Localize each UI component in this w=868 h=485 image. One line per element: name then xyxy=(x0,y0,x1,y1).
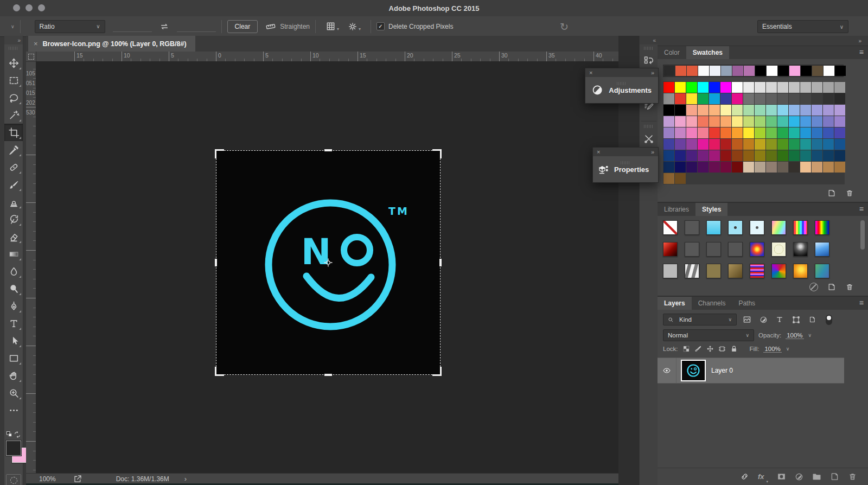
blend-mode-select[interactable]: Normal ∨ xyxy=(663,329,754,341)
swatch-cell[interactable] xyxy=(663,105,674,116)
rectangle-tool[interactable] xyxy=(4,349,23,367)
swatch-cell[interactable] xyxy=(698,139,709,150)
swatch-cell[interactable] xyxy=(789,105,800,116)
swatch-cell[interactable] xyxy=(709,150,720,161)
swatch-cell[interactable] xyxy=(720,116,731,127)
swatch-cell[interactable] xyxy=(834,162,845,173)
swatch-cell[interactable] xyxy=(812,82,822,93)
style-thumbnail[interactable] xyxy=(771,220,786,235)
swatch-cell[interactable] xyxy=(800,116,811,127)
history-brush-tool[interactable] xyxy=(4,210,23,228)
swatch-cell[interactable] xyxy=(709,127,720,138)
swatch-cell[interactable] xyxy=(732,139,743,150)
crop-handle-left[interactable] xyxy=(215,259,217,266)
swatch-cell[interactable] xyxy=(767,66,777,76)
swatch-cell[interactable] xyxy=(777,82,788,93)
move-tool[interactable] xyxy=(4,54,23,72)
swatch-cell[interactable] xyxy=(777,162,788,173)
workspace-select[interactable]: Essentials ∨ xyxy=(757,20,848,33)
swatch-cell[interactable] xyxy=(721,66,732,76)
swatch-cell[interactable] xyxy=(789,150,800,161)
swatch-cell[interactable] xyxy=(675,116,686,127)
swatch-cell[interactable] xyxy=(812,150,822,161)
swatch-cell[interactable] xyxy=(834,127,845,138)
swatch-cell[interactable] xyxy=(720,93,731,104)
swatch-cell[interactable] xyxy=(755,116,765,127)
swatch-cell[interactable] xyxy=(663,82,674,93)
swatch-cell[interactable] xyxy=(709,82,720,93)
swatch-cell[interactable] xyxy=(743,150,754,161)
swatch-cell[interactable] xyxy=(743,93,754,104)
crop-marquee[interactable] xyxy=(216,150,441,375)
dodge-tool[interactable] xyxy=(4,280,23,297)
swatch-cell[interactable] xyxy=(698,66,709,76)
properties-panel-header[interactable]: × » xyxy=(593,148,658,156)
delete-cropped-pixels-checkbox[interactable]: ✓ Delete Cropped Pixels xyxy=(376,22,453,30)
swatch-cell[interactable] xyxy=(755,93,765,104)
crop-handle-bottom-left[interactable] xyxy=(215,367,224,376)
collapsed-column-header[interactable]: « xyxy=(640,36,658,44)
style-thumbnail[interactable] xyxy=(728,242,743,257)
swatch-cell[interactable] xyxy=(686,82,697,93)
swatch-cell[interactable] xyxy=(766,150,777,161)
crop-handle-bottom[interactable] xyxy=(324,374,332,376)
share-icon[interactable] xyxy=(73,474,82,483)
swatch-cell[interactable] xyxy=(675,162,686,173)
swatch-cell[interactable] xyxy=(698,105,709,116)
style-thumbnail[interactable] xyxy=(728,220,743,235)
swatch-cell[interactable] xyxy=(743,139,754,150)
swatch-cell[interactable] xyxy=(766,105,777,116)
crop-tool[interactable] xyxy=(4,124,23,141)
trash-icon[interactable] xyxy=(845,283,854,291)
lock-artboard-icon[interactable] xyxy=(718,345,726,353)
swatch-cell[interactable] xyxy=(777,93,788,104)
swatch-cell[interactable] xyxy=(777,105,788,116)
add-layer-mask-icon[interactable] xyxy=(777,472,786,481)
swatch-cell[interactable] xyxy=(709,105,720,116)
lasso-tool[interactable] xyxy=(4,89,23,106)
swatch-cell[interactable] xyxy=(801,66,812,76)
tab-channels[interactable]: Channels xyxy=(692,297,732,310)
style-thumbnail[interactable] xyxy=(728,264,743,278)
swatch-cell[interactable] xyxy=(789,93,800,104)
document-size-info[interactable]: Doc: 1.36M/1.36M xyxy=(116,475,169,483)
layer-thumbnail[interactable] xyxy=(681,360,706,381)
swatch-cell[interactable] xyxy=(686,127,697,138)
swatch-cell[interactable] xyxy=(789,127,800,138)
swatch-cell[interactable] xyxy=(686,162,697,173)
swatch-cell[interactable] xyxy=(686,150,697,161)
zoom-level-field[interactable]: 100% xyxy=(39,475,56,483)
swatch-cell[interactable] xyxy=(663,139,674,150)
crop-ratio-select[interactable]: Ratio ∨ xyxy=(35,20,105,33)
marquee-tool[interactable] xyxy=(4,72,23,89)
style-thumbnail[interactable] xyxy=(706,264,721,278)
swatch-cell[interactable] xyxy=(824,66,834,76)
lock-all-padlock-icon[interactable] xyxy=(730,345,738,353)
dock-header[interactable]: » xyxy=(658,36,868,46)
style-thumbnail[interactable] xyxy=(663,264,678,278)
eraser-tool[interactable] xyxy=(4,228,23,245)
swatch-cell[interactable] xyxy=(800,139,811,150)
swatch-cell[interactable] xyxy=(800,93,811,104)
swatch-cell[interactable] xyxy=(686,116,697,127)
swatch-cell[interactable] xyxy=(732,127,743,138)
swatch-cell[interactable] xyxy=(755,162,765,173)
zoom-tool[interactable] xyxy=(4,384,23,401)
swap-dimensions-button[interactable] xyxy=(159,22,169,31)
style-thumbnail[interactable] xyxy=(685,220,699,235)
checkbox-checked[interactable]: ✓ xyxy=(376,22,385,30)
swatch-cell[interactable] xyxy=(834,116,845,127)
style-thumbnail[interactable] xyxy=(706,242,721,257)
crop-handle-bottom-right[interactable] xyxy=(432,367,442,376)
swatch-cell[interactable] xyxy=(720,150,731,161)
swatch-cell[interactable] xyxy=(720,105,731,116)
swatch-cell[interactable] xyxy=(800,150,811,161)
lock-transparency-icon[interactable] xyxy=(682,345,690,353)
swatch-cell[interactable] xyxy=(766,116,777,127)
swatch-cell[interactable] xyxy=(755,105,765,116)
tab-paths[interactable]: Paths xyxy=(732,297,762,310)
style-thumbnail[interactable] xyxy=(771,264,786,278)
swatch-cell[interactable] xyxy=(675,173,686,184)
swatch-cell[interactable] xyxy=(823,139,834,150)
healing-brush-tool[interactable] xyxy=(4,158,23,176)
